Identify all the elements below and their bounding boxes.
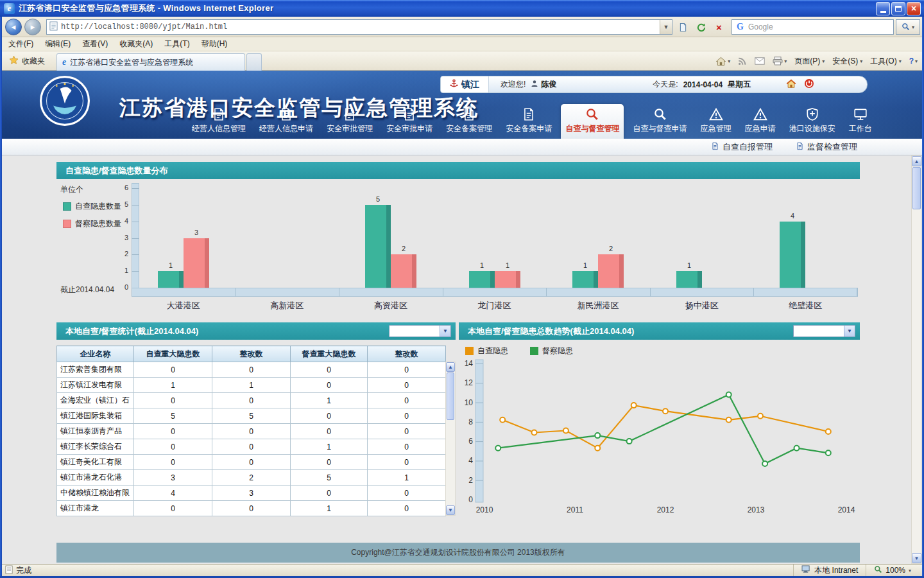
menu-item[interactable]: 文件(F) (3, 37, 39, 51)
mail-button[interactable] (755, 57, 765, 65)
submenu-item[interactable]: 监督检查管理 (796, 141, 857, 153)
tick-mark (132, 288, 132, 297)
menu-item[interactable]: 帮助(H) (196, 37, 234, 51)
portal-home-button[interactable] (786, 79, 796, 91)
rss-feed-button[interactable] (738, 57, 747, 66)
print-button[interactable]: ▾ (773, 57, 787, 66)
menu-item[interactable]: 收藏夹(A) (114, 37, 158, 51)
unit-label: 单位个 (60, 184, 83, 195)
nav-item-label: 自查与督查申请 (633, 123, 687, 134)
search-box[interactable]: G Google (732, 19, 894, 35)
toolbar-menu-button[interactable]: 页面(P)▾ (794, 56, 825, 67)
filter-dropdown[interactable]: ▼ (389, 325, 451, 337)
minimize-button[interactable] (876, 2, 890, 15)
scrollbar-thumb[interactable] (912, 167, 921, 209)
table-cell: 0 (291, 424, 368, 439)
address-dropdown-button[interactable]: ▼ (660, 20, 672, 34)
nav-item[interactable]: 港口设施保安 (785, 104, 840, 139)
logout-button[interactable] (804, 78, 814, 91)
panel-header: 本地自查/督查统计(截止2014.04.04) ▼ (56, 322, 456, 340)
tick-mark (235, 288, 236, 297)
zoom-control[interactable]: 100% ▾ (866, 565, 919, 576)
nav-item-label: 经营人信息管理 (192, 123, 246, 134)
compatibility-view-button[interactable] (675, 20, 691, 35)
table-cell: 镇江李长荣综合石 (57, 439, 134, 455)
nav-item[interactable]: 自查与督查管理 (561, 104, 624, 139)
nav-item[interactable]: 安全备案管理 (441, 104, 497, 139)
menu-item[interactable]: 工具(T) (158, 37, 195, 51)
nav-item[interactable]: 安全审批管理 (322, 104, 377, 139)
window-title: 江苏省港口安全监管与应急管理系统 - Windows Internet Expl… (19, 3, 876, 14)
status-message: 完成 (5, 565, 793, 576)
help-button[interactable]: ?▾ (909, 57, 918, 66)
date-note: 截止2014.04.04 (60, 285, 114, 295)
scroll-up-button[interactable]: ▲ (912, 156, 921, 166)
bar-value-label: 1 (495, 261, 520, 269)
category-label: 高新港区 (242, 300, 332, 311)
menu-item[interactable]: 查看(V) (76, 37, 114, 51)
close-button[interactable]: × (907, 2, 921, 15)
legend-label: 督察隐患 (542, 346, 573, 356)
table-scrollbar[interactable]: ▲ ▼ (445, 362, 456, 516)
table-cell: 0 (291, 455, 368, 470)
nav-item-label: 工作台 (849, 123, 872, 134)
scroll-up-button[interactable]: ▲ (446, 362, 455, 372)
nav-item[interactable]: 工作台 (844, 104, 877, 139)
stop-button[interactable]: × (711, 20, 727, 35)
tick-mark (339, 288, 339, 297)
y-tick-label: 3 (113, 234, 128, 241)
new-tab-button[interactable] (246, 53, 262, 71)
nav-item[interactable]: 经营人信息申请 (255, 104, 318, 139)
table-cell: 镇江奇美化工有限 (57, 455, 134, 470)
nav-item[interactable]: 经营人信息管理 (187, 104, 250, 139)
window-border-left (0, 17, 2, 576)
page-content: 自查隐患/督查隐患数量分布 单位个 自查隐患数量督察隐患数量 截止2014.04… (0, 155, 924, 564)
maximize-button[interactable] (891, 2, 905, 15)
menu-item[interactable]: 编辑(E) (39, 37, 76, 51)
url-text[interactable]: http://localhost:8080/yjpt/Main.html (61, 22, 660, 31)
tick-mark (132, 222, 139, 222)
table-cell: 1 (212, 378, 291, 393)
category-label: 高资港区 (346, 300, 436, 311)
filter-dropdown[interactable]: ▼ (793, 325, 855, 337)
scrollbar-thumb[interactable] (447, 372, 454, 420)
svg-text:2010: 2010 (476, 505, 493, 514)
toolbar-menu-label: 安全(S) (832, 56, 858, 67)
y-tick-label: 0 (113, 283, 128, 291)
scroll-down-button[interactable]: ▼ (912, 553, 921, 563)
y-tick-label: 6 (113, 184, 128, 191)
nav-item[interactable]: 自查与督查申请 (629, 104, 692, 139)
home-button[interactable]: ▾ (715, 57, 730, 66)
user-icon (531, 80, 538, 89)
back-button[interactable]: ◄ (5, 19, 22, 35)
window-controls: × (876, 2, 921, 15)
bar-self-check (780, 222, 805, 288)
toolbar-menu-button[interactable]: 安全(S)▾ (832, 56, 862, 67)
y-tick-label: 1 (113, 267, 128, 274)
refresh-button[interactable] (693, 20, 709, 35)
submenu-item[interactable]: 自查自报管理 (711, 141, 773, 153)
nav-item[interactable]: 安全备案申请 (501, 104, 556, 139)
bar-self-check (158, 271, 184, 288)
search-button[interactable]: ▾ (896, 19, 920, 35)
combo-arrow-button[interactable]: ▼ (440, 326, 450, 337)
nav-item[interactable]: 应急管理 (696, 104, 736, 139)
zoom-magnifier-icon (874, 565, 882, 575)
address-bar[interactable]: http://localhost:8080/yjpt/Main.html ▼ (46, 19, 672, 35)
browser-tab[interactable]: e 江苏省港口安全监管与应急管理系统 (56, 53, 245, 71)
search-icon (585, 107, 599, 121)
table-cell: 0 (212, 424, 291, 439)
forward-button[interactable]: ► (24, 19, 41, 35)
table-cell: 中储粮镇江粮油有限 (57, 486, 134, 501)
column-header: 企业名称 (57, 346, 134, 362)
magnifier-icon (902, 22, 910, 32)
nav-item[interactable]: 应急申请 (740, 104, 780, 139)
page-scrollbar[interactable]: ▲ ▼ (911, 155, 922, 564)
favorites-button[interactable]: 收藏夹 (4, 54, 50, 68)
bar-value-label: 1 (158, 261, 184, 269)
nav-item[interactable]: 安全审批申请 (382, 104, 437, 139)
scroll-down-button[interactable]: ▼ (446, 505, 455, 515)
combo-arrow-button[interactable]: ▼ (844, 326, 855, 337)
y-tick-label: 4 (113, 217, 128, 225)
toolbar-menu-button[interactable]: 工具(O)▾ (870, 56, 901, 67)
